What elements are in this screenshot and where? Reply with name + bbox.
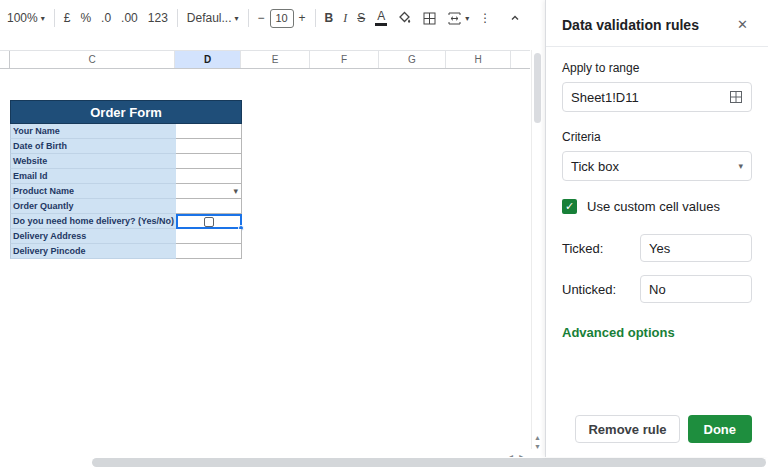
bold-button[interactable]: B [320,7,339,29]
chevron-down-icon: ▾ [233,186,238,196]
scroll-down-icon[interactable]: ▼ [534,443,541,450]
vertical-scrollbar[interactable] [531,50,542,449]
row-label-cell[interactable]: Email Id [10,169,176,184]
criteria-label: Criteria [562,130,752,144]
more-toolbar-button[interactable]: ⋮ [474,7,496,29]
vertical-scrollbar-handle[interactable] [534,53,541,123]
close-icon[interactable]: ✕ [733,15,752,34]
column-header-e[interactable]: E [241,51,310,68]
row-label-cell[interactable]: Delivery Address [10,229,176,244]
chevron-down-icon: ▾ [465,14,469,23]
italic-button[interactable]: I [338,7,352,30]
table-row: Order Quantly [10,199,242,214]
toolbar-divider [315,9,316,27]
row-label-cell[interactable]: Your Name [10,124,176,139]
row-label-cell[interactable]: Date of Birth [10,139,176,154]
unticked-row: Unticked: [562,275,752,303]
horizontal-scrollbar[interactable] [0,457,768,468]
order-form-title-cell[interactable]: Order Form [10,100,242,124]
vertical-scroll-arrows[interactable]: ▲ ▼ [533,434,542,450]
column-header-g[interactable]: G [379,51,446,68]
ticked-input[interactable] [640,234,752,262]
toolbar: 100% ▾ £ % .0 .00 123 Defaul... ▾ − 10 +… [0,0,540,36]
horizontal-scrollbar-handle[interactable] [92,458,766,467]
currency-format-button[interactable]: £ [59,7,76,29]
percent-format-button[interactable]: % [75,7,96,29]
increase-decimal-button[interactable]: .00 [116,7,143,29]
strikethrough-button[interactable]: S [352,7,370,29]
table-row: Product Name ▾ [10,184,242,199]
chevron-down-icon: ▾ [235,14,239,23]
zoom-dropdown[interactable]: 100% ▾ [2,7,50,29]
value-cell[interactable] [176,229,242,244]
delivery-checkbox[interactable] [204,217,214,227]
check-icon: ✓ [565,200,574,212]
value-cell[interactable] [176,154,242,169]
decrease-decimal-button[interactable]: .0 [96,7,116,29]
selected-cell-d11[interactable] [176,214,242,229]
borders-button[interactable] [417,7,442,30]
sheet-grid[interactable]: Order Form Your Name Date of Birth Websi… [0,69,530,449]
increase-font-size-button[interactable]: + [294,7,311,29]
order-form-table: Order Form Your Name Date of Birth Websi… [10,100,242,259]
custom-values-checkbox[interactable]: ✓ [562,199,577,214]
custom-values-label: Use custom cell values [587,199,720,214]
borders-icon [422,11,437,26]
text-color-button[interactable]: A [370,7,392,30]
table-row: Email Id [10,169,242,184]
unticked-input[interactable] [640,275,752,303]
advanced-options-link[interactable]: Advanced options [562,325,752,340]
product-name-dropdown-cell[interactable]: ▾ [176,184,242,199]
value-cell[interactable] [176,124,242,139]
merge-cells-icon [447,11,462,26]
more-formats-button[interactable]: 123 [143,7,173,29]
row-label-cell[interactable]: Product Name [10,184,176,199]
table-row: Date of Birth [10,139,242,154]
value-cell[interactable] [176,244,242,259]
font-size-input[interactable]: 10 [270,9,294,28]
table-row: Website [10,154,242,169]
sidebar-footer: Remove rule Done [546,415,768,457]
merge-cells-button[interactable]: ▾ [442,7,474,30]
row-header-stub [0,51,10,68]
table-row: Delivery Address [10,229,242,244]
ticked-label: Ticked: [562,241,603,256]
row-label-cell[interactable]: Do you need home delivery? (Yes/No) [10,214,176,229]
table-row: Delivery Pincode [10,244,242,259]
done-button[interactable]: Done [688,415,753,443]
select-range-grid-icon[interactable] [729,90,743,104]
column-header-d[interactable]: D [175,51,241,68]
chevron-down-icon: ▾ [41,14,45,23]
table-row: Do you need home delivery? (Yes/No) [10,214,242,229]
ticked-row: Ticked: [562,234,752,262]
chevron-down-icon: ▾ [738,161,743,171]
value-cell[interactable] [176,169,242,184]
column-header-h[interactable]: H [446,51,511,68]
sidebar-header: Data validation rules ✕ [546,0,768,46]
column-headers: C D E F G H [0,50,530,69]
criteria-value: Tick box [571,159,619,174]
font-name: Defaul... [187,11,232,25]
column-header-c[interactable]: C [10,51,175,68]
row-label-cell[interactable]: Delivery Pincode [10,244,176,259]
row-label-cell[interactable]: Order Quantly [10,199,176,214]
fill-color-button[interactable] [392,7,417,30]
scroll-up-icon[interactable]: ▲ [534,434,541,441]
decrease-font-size-button[interactable]: − [253,7,270,29]
paint-bucket-icon [397,11,412,26]
row-label-cell[interactable]: Website [10,154,176,169]
apply-to-range-label: Apply to range [562,61,752,75]
chevron-up-icon [509,12,521,24]
value-cell[interactable] [176,139,242,154]
font-dropdown[interactable]: Defaul... ▾ [182,7,244,29]
toolbar-divider [54,9,55,27]
sidebar-body: Apply to range Sheet1!D11 Criteria Tick … [546,47,768,415]
value-cell[interactable] [176,199,242,214]
remove-rule-button[interactable]: Remove rule [575,415,679,443]
range-input[interactable]: Sheet1!D11 [562,82,752,112]
toolbar-divider [177,9,178,27]
criteria-select[interactable]: Tick box ▾ [562,151,752,181]
range-value: Sheet1!D11 [571,90,639,105]
collapse-toolbar-button[interactable] [504,8,526,28]
column-header-f[interactable]: F [310,51,379,68]
